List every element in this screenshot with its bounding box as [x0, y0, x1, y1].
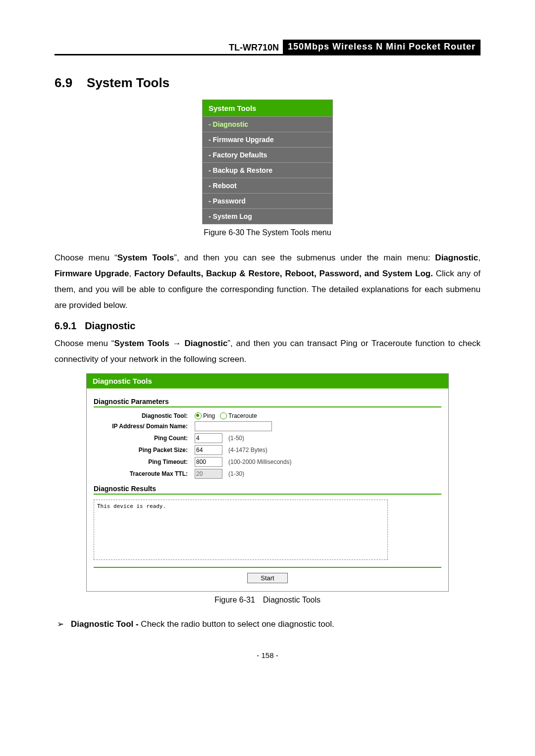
hint-ping-count: (1-50) [228, 435, 244, 442]
label-ip-address: IP Address/ Domain Name: [94, 423, 195, 430]
system-tools-menu-figure: System Tools - Diagnostic - Firmware Upg… [202, 100, 333, 224]
start-row: Start [94, 567, 441, 583]
diagnostic-results-heading: Diagnostic Results [94, 485, 441, 495]
hint-traceroute-ttl: (1-30) [228, 470, 244, 477]
header-product: 150Mbps Wireless N Mini Pocket Router [283, 40, 481, 54]
label-diagnostic-tool: Diagnostic Tool: [94, 412, 195, 419]
figure-6-30-caption: Figure 6-30 The System Tools menu [54, 228, 481, 237]
hint-ping-packet-size: (4-1472 Bytes) [228, 447, 268, 454]
menu-item-diagnostic[interactable]: - Diagnostic [203, 116, 332, 132]
radio-traceroute-label: Traceroute [228, 412, 257, 419]
radio-ping[interactable] [195, 412, 202, 419]
row-diagnostic-tool: Diagnostic Tool: Ping Traceroute [94, 412, 441, 419]
page-header: TL-WR710N 150Mbps Wireless N Mini Pocket… [54, 40, 481, 55]
label-traceroute-ttl: Traceroute Max TTL: [94, 470, 195, 477]
menu-item-backup-restore[interactable]: - Backup & Restore [203, 162, 332, 178]
input-traceroute-ttl [195, 469, 222, 479]
diagnostic-tools-title: Diagnostic Tools [87, 374, 448, 389]
bullet-diagnostic-tool: ➢ Diagnostic Tool - Check the radio butt… [57, 617, 481, 631]
label-ping-count: Ping Count: [94, 435, 195, 442]
input-ping-timeout[interactable] [195, 457, 222, 467]
paragraph-diagnostic-intro: Choose menu “System Tools → Diagnostic”,… [54, 336, 481, 367]
figure-6-31-caption: Figure 6-31 Diagnostic Tools [54, 596, 481, 605]
header-model: TL-WR710N [229, 42, 283, 54]
label-ping-timeout: Ping Timeout: [94, 458, 195, 465]
subsection-number: 6.9.1 [54, 320, 76, 331]
row-ping-count: Ping Count: (1-50) [94, 433, 441, 443]
label-ping-packet-size: Ping Packet Size: [94, 447, 195, 454]
hint-ping-timeout: (100-2000 Milliseconds) [228, 458, 291, 465]
menu-item-firmware-upgrade[interactable]: - Firmware Upgrade [203, 132, 332, 147]
input-ip-address[interactable] [195, 421, 272, 431]
diagnostic-tools-figure: Diagnostic Tools Diagnostic Parameters D… [86, 373, 449, 592]
section-number: 6.9 [54, 75, 72, 90]
bullet-text: Check the radio button to select one dia… [141, 619, 334, 629]
menu-item-system-log[interactable]: - System Log [203, 208, 332, 224]
diagnostic-parameters-heading: Diagnostic Parameters [94, 398, 441, 407]
radio-traceroute[interactable] [220, 412, 227, 419]
menu-item-factory-defaults[interactable]: - Factory Defaults [203, 147, 332, 162]
menu-header: System Tools [203, 100, 332, 116]
subsection-name: Diagnostic [85, 320, 135, 331]
section-name: System Tools [87, 75, 169, 90]
subsection-title: 6.9.1 Diagnostic [54, 320, 481, 332]
row-traceroute-ttl: Traceroute Max TTL: (1-30) [94, 469, 441, 479]
bullet-marker-icon: ➢ [57, 617, 64, 631]
row-ping-packet-size: Ping Packet Size: (4-1472 Bytes) [94, 445, 441, 455]
menu-item-reboot[interactable]: - Reboot [203, 178, 332, 193]
input-ping-packet-size[interactable] [195, 445, 222, 455]
paragraph-system-tools-intro: Choose menu “System Tools”, and then you… [54, 250, 481, 313]
row-ping-timeout: Ping Timeout: (100-2000 Milliseconds) [94, 457, 441, 467]
start-button[interactable]: Start [247, 573, 287, 583]
input-ping-count[interactable] [195, 433, 222, 443]
radio-ping-label: Ping [203, 412, 215, 419]
diagnostic-results-box: This device is ready. [94, 500, 388, 560]
section-title: 6.9 System Tools [54, 75, 481, 91]
menu-item-password[interactable]: - Password [203, 193, 332, 208]
row-ip-address: IP Address/ Domain Name: [94, 421, 441, 431]
bullet-bold: Diagnostic Tool - [71, 619, 141, 629]
page-number: - 158 - [54, 651, 481, 659]
